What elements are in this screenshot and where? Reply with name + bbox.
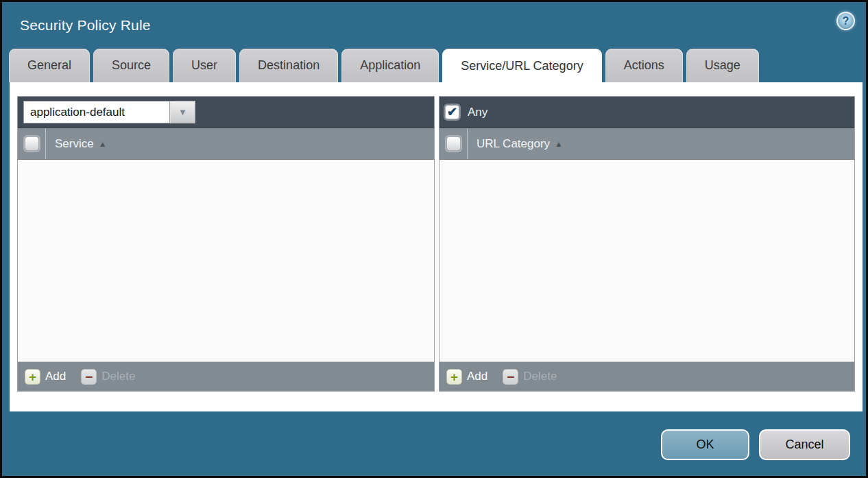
url-category-table-header: URL Category ▲ xyxy=(439,128,854,160)
service-select-all-cell xyxy=(18,128,46,159)
url-category-table-body xyxy=(439,160,854,361)
tab-service-url-category[interactable]: Service/URL Category xyxy=(442,49,601,84)
service-column-header[interactable]: Service ▲ xyxy=(55,137,107,151)
service-mode-dropdown-button[interactable]: ▼ xyxy=(170,101,195,123)
tab-general[interactable]: General xyxy=(9,49,90,82)
tab-bar: General Source User Destination Applicat… xyxy=(9,49,759,82)
service-footer: + Add − Delete xyxy=(18,361,434,391)
url-category-select-all-cell xyxy=(439,128,468,159)
check-icon: ✔ xyxy=(447,106,457,118)
service-delete-button[interactable]: − Delete xyxy=(81,369,135,385)
chevron-down-icon: ▼ xyxy=(178,107,187,117)
ok-button[interactable]: OK xyxy=(661,429,749,460)
service-mode-dropdown: ▼ xyxy=(23,101,195,123)
tab-actions[interactable]: Actions xyxy=(605,49,683,82)
url-category-delete-button[interactable]: − Delete xyxy=(503,369,557,385)
delete-minus-icon: − xyxy=(81,369,97,385)
url-category-add-button[interactable]: + Add xyxy=(446,369,487,385)
dialog-titlebar: Security Policy Rule xyxy=(2,2,866,49)
tab-application[interactable]: Application xyxy=(341,49,439,82)
add-plus-icon: + xyxy=(446,369,462,385)
url-category-delete-label: Delete xyxy=(523,370,557,383)
delete-minus-icon: − xyxy=(503,369,518,385)
service-add-button[interactable]: + Add xyxy=(25,369,66,385)
add-plus-icon: + xyxy=(25,369,40,385)
service-panel: ▼ Service ▲ + Add − Delete xyxy=(17,96,435,392)
sort-asc-icon: ▲ xyxy=(99,139,107,149)
service-add-label: Add xyxy=(45,370,66,383)
service-column-label: Service xyxy=(55,137,94,151)
service-table-body xyxy=(18,160,434,361)
any-checkbox-label: Any xyxy=(468,106,487,119)
url-category-footer: + Add − Delete xyxy=(439,361,854,391)
service-mode-input[interactable] xyxy=(23,101,170,123)
url-category-panel: ✔ Any URL Category ▲ + Add − Delete xyxy=(439,96,855,392)
tab-usage[interactable]: Usage xyxy=(686,49,759,82)
service-delete-label: Delete xyxy=(101,370,135,383)
help-icon[interactable]: ? xyxy=(836,12,855,30)
sort-asc-icon: ▲ xyxy=(555,139,563,149)
tab-destination[interactable]: Destination xyxy=(239,49,338,82)
tab-content-area: ▼ Service ▲ + Add − Delete xyxy=(10,82,863,411)
service-table-header: Service ▲ xyxy=(18,128,434,160)
tab-source[interactable]: Source xyxy=(93,49,169,82)
security-policy-rule-dialog: { "window": { "title": "Security Policy … xyxy=(0,0,868,478)
url-category-toolbar: ✔ Any xyxy=(439,97,854,128)
dialog-footer: OK Cancel xyxy=(2,411,866,478)
url-category-column-header[interactable]: URL Category ▲ xyxy=(477,137,563,151)
service-toolbar: ▼ xyxy=(18,97,434,128)
service-select-all-checkbox[interactable] xyxy=(25,136,39,151)
help-icon-glyph: ? xyxy=(843,15,849,27)
any-checkbox[interactable]: ✔ xyxy=(445,105,459,119)
url-category-select-all-checkbox[interactable] xyxy=(446,136,461,151)
url-category-add-label: Add xyxy=(467,370,487,383)
tab-user[interactable]: User xyxy=(173,49,236,82)
url-category-column-label: URL Category xyxy=(477,137,550,151)
cancel-button[interactable]: Cancel xyxy=(759,429,850,460)
dialog-title: Security Policy Rule xyxy=(20,17,151,34)
